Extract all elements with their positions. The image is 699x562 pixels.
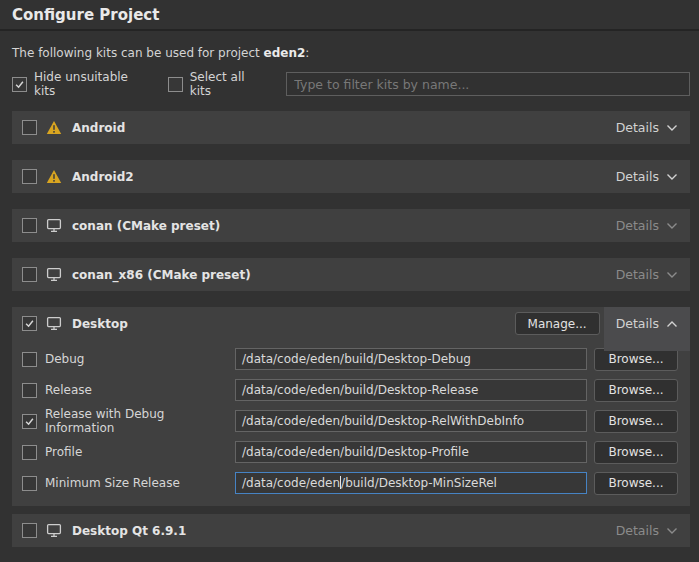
hide-unsuitable-kits-label: Hide unsuitable kits bbox=[34, 70, 146, 98]
build-config-checkbox[interactable] bbox=[22, 476, 37, 491]
kit-list: Android Details Android2 bbox=[12, 111, 690, 547]
details-toggle[interactable]: Details bbox=[616, 120, 680, 135]
build-dir-input[interactable]: /data/code/eden/build/Desktop-Debug bbox=[235, 348, 587, 370]
desktop-icon bbox=[46, 523, 63, 539]
browse-button[interactable]: Browse... bbox=[594, 379, 678, 402]
chevron-icon bbox=[666, 320, 678, 328]
chevron-icon bbox=[666, 222, 678, 230]
build-config-row: Release with Debug Information /data/cod… bbox=[22, 410, 680, 432]
path-text: /data/code/eden/build/Desktop-Release bbox=[242, 383, 478, 397]
intro-text-before: The following kits can be used for proje… bbox=[12, 46, 264, 60]
check-icon bbox=[24, 416, 35, 427]
warning-icon bbox=[46, 120, 63, 136]
intro-text: The following kits can be used for proje… bbox=[12, 46, 690, 60]
path-text: /data/code/eden/build/Desktop-Profile bbox=[242, 445, 469, 459]
kit-name: conan (CMake preset) bbox=[72, 219, 220, 233]
details-toggle[interactable]: Details bbox=[616, 267, 680, 282]
chevron-icon bbox=[666, 271, 678, 279]
select-all-kits-checkbox[interactable] bbox=[168, 77, 183, 92]
build-config-label: Release with Debug Information bbox=[45, 407, 235, 435]
details-label: Details bbox=[616, 267, 659, 282]
build-config-checkbox[interactable] bbox=[22, 414, 37, 429]
hide-unsuitable-kits-option[interactable]: Hide unsuitable kits bbox=[12, 70, 146, 98]
kit-checkbox[interactable] bbox=[22, 120, 37, 135]
build-config-checkbox[interactable] bbox=[22, 445, 37, 460]
kit-name: Android bbox=[72, 121, 125, 135]
details-toggle[interactable]: Details bbox=[616, 523, 680, 538]
build-dir-input[interactable]: /data/code/eden/build/Desktop-MinSizeRel bbox=[235, 472, 587, 494]
build-config-row: Debug /data/code/eden/build/Desktop-Debu… bbox=[22, 348, 680, 370]
chevron-icon bbox=[666, 527, 678, 535]
build-config-label: Profile bbox=[45, 445, 235, 459]
intro-text-after: : bbox=[305, 46, 309, 60]
build-dir-input[interactable]: /data/code/eden/build/Desktop-Release bbox=[235, 379, 587, 401]
browse-button[interactable]: Browse... bbox=[594, 472, 678, 495]
build-config-label: Debug bbox=[45, 352, 235, 366]
select-all-kits-option[interactable]: Select all kits bbox=[168, 70, 265, 98]
path-text: /build/Desktop-MinSizeRel bbox=[341, 476, 497, 490]
chevron-icon bbox=[666, 124, 678, 132]
kit-checkbox[interactable] bbox=[22, 218, 37, 233]
kit-row[interactable]: Android Details bbox=[12, 111, 690, 144]
details-toggle[interactable]: Details bbox=[616, 218, 680, 233]
kit-row[interactable]: Desktop Manage... Details bbox=[12, 307, 690, 340]
browse-button[interactable]: Browse... bbox=[594, 441, 678, 464]
kit-row[interactable]: Desktop Qt 6.9.1 Details bbox=[12, 514, 690, 547]
kit-section: Desktop Manage... Details Debug /data/co… bbox=[12, 307, 690, 506]
kit-details-body: Debug /data/code/eden/build/Desktop-Debu… bbox=[12, 340, 690, 506]
manage-button[interactable]: Manage... bbox=[515, 312, 600, 335]
path-text: /data/code/eden bbox=[242, 476, 340, 490]
build-config-checkbox[interactable] bbox=[22, 383, 37, 398]
check-icon bbox=[24, 318, 35, 329]
desktop-icon bbox=[46, 267, 63, 283]
select-all-kits-label: Select all kits bbox=[190, 70, 265, 98]
configure-project-panel: The following kits can be used for proje… bbox=[0, 46, 699, 547]
kit-filter-input[interactable] bbox=[286, 72, 690, 96]
hide-unsuitable-kits-checkbox[interactable] bbox=[12, 77, 27, 92]
kit-section: conan (CMake preset) Details bbox=[12, 209, 690, 242]
kit-section: Android2 Details bbox=[12, 160, 690, 193]
kit-name: Android2 bbox=[72, 170, 134, 184]
build-dir-input[interactable]: /data/code/eden/build/Desktop-RelWithDeb… bbox=[235, 410, 587, 432]
kit-section: conan_x86 (CMake preset) Details bbox=[12, 258, 690, 291]
warning-icon bbox=[46, 169, 63, 185]
kit-checkbox[interactable] bbox=[22, 523, 37, 538]
kit-name: Desktop bbox=[72, 317, 128, 331]
kit-checkbox[interactable] bbox=[22, 169, 37, 184]
check-icon bbox=[14, 79, 25, 90]
details-toggle[interactable]: Details bbox=[616, 316, 680, 331]
details-label: Details bbox=[616, 169, 659, 184]
details-toggle[interactable]: Details bbox=[616, 169, 680, 184]
details-label: Details bbox=[616, 523, 659, 538]
kit-checkbox[interactable] bbox=[22, 316, 37, 331]
build-config-row: Profile /data/code/eden/build/Desktop-Pr… bbox=[22, 441, 680, 463]
path-text: /data/code/eden/build/Desktop-Debug bbox=[242, 352, 471, 366]
path-text: /data/code/eden/build/Desktop-RelWithDeb… bbox=[242, 414, 524, 428]
kit-row[interactable]: conan (CMake preset) Details bbox=[12, 209, 690, 242]
filter-bar: Hide unsuitable kits Select all kits bbox=[12, 70, 690, 98]
kit-section: Desktop Qt 6.9.1 Details bbox=[12, 514, 690, 547]
build-config-label: Release bbox=[45, 383, 235, 397]
kit-checkbox[interactable] bbox=[22, 267, 37, 282]
build-config-checkbox[interactable] bbox=[22, 352, 37, 367]
details-label: Details bbox=[616, 120, 659, 135]
details-label: Details bbox=[616, 316, 659, 331]
chevron-icon bbox=[666, 173, 678, 181]
desktop-icon bbox=[46, 218, 63, 234]
kit-row[interactable]: Android2 Details bbox=[12, 160, 690, 193]
browse-button[interactable]: Browse... bbox=[594, 410, 678, 433]
build-config-label: Minimum Size Release bbox=[45, 476, 235, 490]
page-title: Configure Project bbox=[0, 0, 699, 31]
build-config-row: Minimum Size Release /data/code/eden/bui… bbox=[22, 472, 680, 494]
details-label: Details bbox=[616, 218, 659, 233]
build-dir-input[interactable]: /data/code/eden/build/Desktop-Profile bbox=[235, 441, 587, 463]
project-name: eden2 bbox=[264, 46, 306, 60]
kit-section: Android Details bbox=[12, 111, 690, 144]
build-config-row: Release /data/code/eden/build/Desktop-Re… bbox=[22, 379, 680, 401]
desktop-icon bbox=[46, 316, 63, 332]
kit-name: conan_x86 (CMake preset) bbox=[72, 268, 251, 282]
kit-name: Desktop Qt 6.9.1 bbox=[72, 524, 186, 538]
kit-row[interactable]: conan_x86 (CMake preset) Details bbox=[12, 258, 690, 291]
